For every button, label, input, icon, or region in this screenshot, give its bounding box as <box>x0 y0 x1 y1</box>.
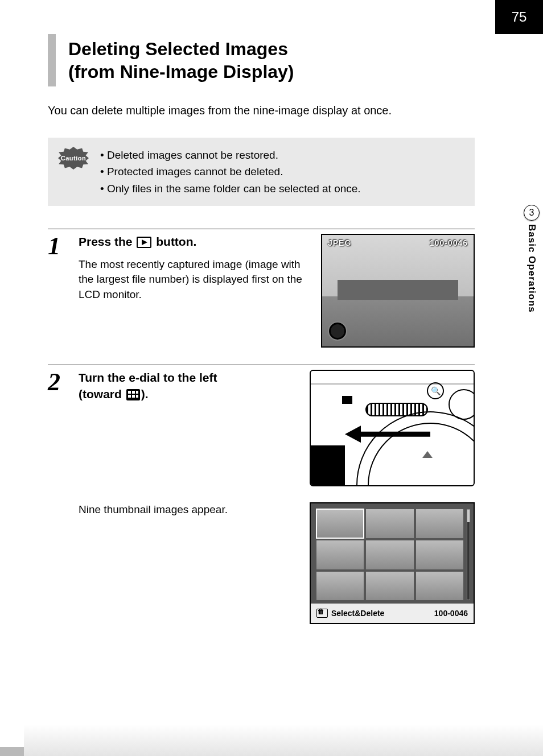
lcd-preview: JPEG 100-0046 <box>321 234 475 348</box>
lcd-format-label: JPEG <box>328 238 351 247</box>
content-area: Deleting Selected Images (from Nine-Imag… <box>48 34 475 641</box>
page-footer-decoration <box>0 724 543 756</box>
nine-grid-icon <box>126 389 140 400</box>
lcd-file-number: 100-0046 <box>430 238 468 247</box>
thumbnail-file-number: 100-0046 <box>434 609 468 618</box>
thumbnail-cell <box>316 572 364 601</box>
title-line1: Deleting Selected Images <box>68 39 288 59</box>
step2-thumbnail-figure: Select&Delete 100-0046 <box>310 502 475 624</box>
page-number: 75 <box>495 0 543 34</box>
thumbnail-cell <box>416 540 463 569</box>
step1-figure: JPEG 100-0046 <box>321 234 475 348</box>
nine-image-display: Select&Delete 100-0046 <box>310 502 475 624</box>
camera-dial-illustration: 🔍 <box>310 370 475 486</box>
step1-heading-suffix: button. <box>153 235 196 248</box>
step2-heading-line1: Turn the e-dial to the left <box>79 371 217 384</box>
section-title: Deleting Selected Images (from Nine-Imag… <box>48 34 475 86</box>
up-triangle-icon <box>422 451 433 458</box>
step-number: 1 <box>48 234 68 348</box>
step-number: 2 <box>48 370 68 624</box>
caution-list: Deleted images cannot be restored. Prote… <box>100 147 361 197</box>
thumbnail-cell <box>316 509 364 538</box>
thumbnail-cell <box>316 540 364 569</box>
title-accent-bar <box>48 34 56 86</box>
trash-icon <box>316 609 328 618</box>
thumbnail-cell <box>366 509 413 538</box>
step2-heading: Turn the e-dial to the left (toward ). <box>79 370 302 402</box>
caution-icon: Caution <box>58 147 89 170</box>
select-delete-label: Select&Delete <box>331 609 384 618</box>
playback-icon <box>137 237 151 248</box>
caution-box: Caution Deleted images cannot be restore… <box>48 138 475 206</box>
caution-item: Only files in the same folder can be sel… <box>100 180 361 197</box>
step2-heading-line2-suffix: ). <box>141 387 149 400</box>
step2-heading-line2-prefix: (toward <box>79 387 125 400</box>
step2-description-2: Nine thumbnail images appear. <box>79 502 302 518</box>
manual-page: 75 3 Basic Operations Deleting Selected … <box>0 0 543 756</box>
thumbnail-cell <box>366 572 413 601</box>
chapter-tab: 3 Basic Operations <box>520 205 543 313</box>
title-text: Deleting Selected Images (from Nine-Imag… <box>68 34 294 86</box>
thumbnail-cell <box>416 509 463 538</box>
thumbnail-scrollbar <box>467 509 470 600</box>
step1-description: The most recently captured image (image … <box>79 257 313 303</box>
dial-grid-icon <box>342 396 352 404</box>
intro-paragraph: You can delete multiple images from the … <box>48 102 475 118</box>
chapter-number: 3 <box>524 205 540 221</box>
title-line2: (from Nine-Image Display) <box>68 61 294 82</box>
thumbnail-cell <box>366 540 413 569</box>
chapter-label: Basic Operations <box>526 224 537 313</box>
thumbnail-cell <box>416 572 463 601</box>
step-2: 2 Turn the e-dial to the left (toward ). <box>48 365 475 624</box>
caution-item: Protected images cannot be deleted. <box>100 163 361 180</box>
thumbnail-footer: Select&Delete 100-0046 <box>311 604 474 623</box>
caution-item: Deleted images cannot be restored. <box>100 147 361 163</box>
step1-heading: Press the button. <box>79 234 313 250</box>
step1-heading-prefix: Press the <box>79 235 135 248</box>
step-1: 1 Press the button. The most recently ca… <box>48 229 475 348</box>
thumbnail-grid <box>316 509 463 600</box>
dial-zoom-icon: 🔍 <box>427 382 444 399</box>
step2-dial-figure: 🔍 <box>310 370 475 486</box>
